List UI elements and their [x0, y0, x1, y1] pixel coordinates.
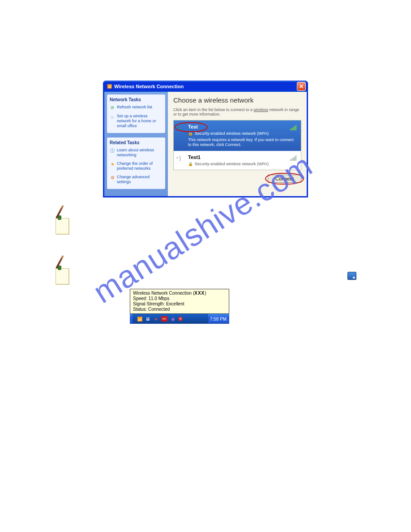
button-row: Connect: [173, 170, 301, 183]
titlebar: 📶 Wireless Network Connection ✕: [103, 81, 308, 92]
network-name: Test: [188, 124, 198, 129]
taskbar: 📶 🖥 🕩 ATI ◉ ✕ 7:58 PM: [130, 314, 229, 324]
system-tray: 📶 🖥 🕩 ATI ◉ ✕: [133, 314, 208, 324]
sidebar: Network Tasks ⟳ Refresh network list ⌂ S…: [104, 92, 168, 196]
tray-security-icon[interactable]: ✕: [178, 317, 183, 321]
tray-network-icon[interactable]: 🖥: [145, 316, 150, 322]
connection-balloon: Wireless Network Connection (XXX) Speed:…: [130, 289, 229, 314]
related-tasks-box: Related Tasks ⓘ Learn about wireless net…: [107, 137, 165, 189]
wireless-icon: 📶: [106, 83, 112, 90]
main-heading: Choose a wireless network: [173, 96, 301, 104]
gear-icon: ⚙: [110, 175, 115, 180]
order-label: Change the order of preferred networks: [117, 161, 163, 171]
taskbar-clock: 7:58 PM: [210, 317, 227, 322]
signal-bars-icon: [290, 125, 296, 130]
lock-icon: 🔒: [188, 162, 193, 166]
star-icon: ★: [110, 161, 115, 167]
note-icon: [54, 215, 70, 234]
info-icon: ⓘ: [110, 148, 115, 153]
refresh-network-list[interactable]: ⟳ Refresh network list: [110, 105, 163, 110]
desc-link: wireless: [254, 107, 269, 112]
setup-wireless-network[interactable]: ⌂ Set up a wireless network for a home o…: [110, 114, 163, 129]
balloon-ssid: XXX: [194, 291, 205, 296]
tray-volume-icon[interactable]: 🕩: [153, 316, 158, 322]
connection-balloon-block: Wireless Network Connection (XXX) Speed:…: [130, 289, 229, 324]
network-tasks-title: Network Tasks: [110, 97, 163, 102]
network-item-test1[interactable]: Test1 🔒 Security-enabled wireless networ…: [174, 151, 301, 170]
close-icon: ✕: [299, 83, 304, 90]
lock-icon: 🔒: [188, 131, 193, 136]
setup-label: Set up a wireless network for a home or …: [117, 114, 163, 129]
network-tasks-box: Network Tasks ⟳ Refresh network list ⌂ S…: [107, 94, 165, 133]
balloon-status: Status: Connected: [133, 307, 226, 312]
close-button[interactable]: ✕: [297, 82, 306, 91]
network-extra: This network requires a network key. If …: [188, 137, 297, 147]
balloon-speed: Speed: 11.0 Mbps: [133, 296, 226, 301]
balloon-title: Wireless Network Connection (XXX): [133, 291, 226, 296]
refresh-label: Refresh network list: [117, 105, 152, 110]
signal-bars-icon: [290, 155, 296, 161]
desc-pre: Click an item in the list below to conne…: [173, 107, 254, 112]
signal-icon: [176, 124, 184, 147]
network-subtext: 🔒 Security-enabled wireless network (WPA…: [188, 131, 297, 136]
network-item-test[interactable]: Test 🔒 Security-enabled wireless network…: [174, 120, 301, 151]
refresh-icon: ⟳: [110, 105, 115, 110]
window-title: Wireless Network Connection: [114, 84, 297, 89]
network-name: Test1: [188, 154, 201, 160]
setup-icon: ⌂: [110, 114, 115, 119]
related-tasks-title: Related Tasks: [110, 140, 163, 145]
tray-app-icon[interactable]: ◉: [170, 316, 176, 322]
learn-wireless[interactable]: ⓘ Learn about wireless networking: [110, 148, 163, 158]
learn-label: Learn about wireless networking: [117, 148, 163, 158]
network-subtext: 🔒 Security-enabled wireless network (WPA…: [188, 162, 297, 166]
signal-icon: [176, 154, 184, 166]
network-list: Test 🔒 Security-enabled wireless network…: [173, 120, 301, 170]
main-panel: Choose a wireless network Click an item …: [168, 92, 307, 196]
note-icon: [54, 266, 70, 284]
connect-button[interactable]: Connect: [268, 175, 301, 183]
tray-ati-icon[interactable]: ATI: [161, 316, 167, 322]
advanced-label: Change advanced settings: [117, 175, 163, 184]
computer-tray-icon: [347, 272, 356, 280]
wireless-dialog: 📶 Wireless Network Connection ✕ Network …: [103, 81, 308, 197]
tray-wireless-icon[interactable]: 📶: [137, 316, 142, 322]
main-description: Click an item in the list below to conne…: [173, 107, 301, 116]
change-advanced-settings[interactable]: ⚙ Change advanced settings: [110, 175, 163, 184]
change-order-networks[interactable]: ★ Change the order of preferred networks: [110, 161, 163, 171]
balloon-signal: Signal Strength: Excellent: [133, 301, 226, 307]
